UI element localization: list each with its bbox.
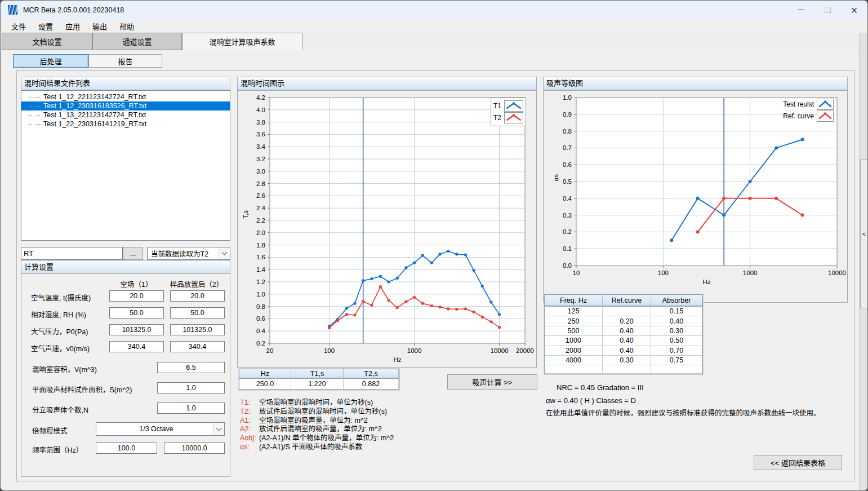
svg-text:3.0: 3.0 (256, 168, 265, 175)
svg-text:1.0: 1.0 (563, 94, 572, 101)
tab-reverb-absorption[interactable]: 混响室计算吸声系数 (182, 33, 302, 50)
svg-text:0.5: 0.5 (563, 178, 572, 185)
calc-row-2-field-1[interactable] (109, 324, 164, 335)
menu-item-3[interactable]: 输出 (86, 19, 113, 33)
absorption-cell-6-1 (603, 365, 651, 374)
maximize-button[interactable] (814, 1, 841, 19)
absorption-cell-1-1: 0.20 (603, 316, 651, 326)
chevron-down-icon[interactable] (219, 247, 230, 259)
t1-series-icon (504, 100, 523, 112)
legend-notes: T1:空场混响室的混响时间，单位为秒(s)T2:放试件后混响室的混响时间，单位为… (240, 399, 394, 452)
absorption-table-row: 1250.15 (545, 307, 702, 316)
note-key-3: A2: (240, 425, 257, 434)
note-desc-5: (A2-A1)/S 平面吸声体的吸声系数 (259, 443, 362, 451)
alphaw-result-text: αw = 0.40 ( H ) Classes = D (546, 396, 636, 405)
svg-text:100: 100 (324, 347, 335, 354)
menu-item-0[interactable]: 文件 (5, 19, 32, 33)
subtab-postprocess[interactable]: 后处理 (13, 54, 88, 68)
freq-max-field[interactable] (164, 443, 225, 454)
note-desc-1: 放试件后混响室的混响时间，单位为秒(s) (259, 408, 387, 415)
calc-row-0-field-2[interactable] (170, 290, 225, 302)
calc-row-1-label: 相对湿度, RH (%) (31, 309, 86, 320)
note-line-5: αs:(A2-A1)/S 平面吸声体的吸声系数 (240, 443, 394, 452)
calc-row-1-field-1[interactable] (109, 307, 164, 319)
svg-text:100: 100 (658, 269, 669, 276)
tab-document-settings[interactable]: 文档设置 (2, 33, 92, 50)
legend-label-test-result: Test reulst (783, 100, 814, 108)
calc-row-0-field-1[interactable] (109, 290, 164, 302)
calc-row-2-label: 大气压力，P0(Pa) (31, 326, 88, 337)
calc-single-1-field[interactable] (157, 382, 225, 393)
legend-label-ref-curve: Ref. curve (783, 112, 814, 120)
side-panel-toggle[interactable]: < (860, 160, 868, 308)
calc-row-2-field-2[interactable] (170, 324, 225, 335)
svg-text:2.8: 2.8 (256, 180, 265, 187)
menu-item-1[interactable]: 设置 (32, 19, 59, 33)
svg-text:1.4: 1.4 (256, 266, 266, 273)
absorption-table-row: 5000.400.30 (545, 326, 702, 336)
svg-text:0.4: 0.4 (563, 195, 572, 202)
mini-val-t2: 0.882 (344, 379, 399, 390)
title-bar: MCR Beta 2.05.0.001 20230418 × (1, 1, 867, 19)
mini-col-t2: T2,s (344, 369, 399, 379)
close-button[interactable]: × (841, 1, 867, 19)
svg-text:2.6: 2.6 (256, 192, 265, 199)
absorption-cell-3-0: 1000 (545, 336, 603, 346)
svg-text:3.6: 3.6 (256, 131, 265, 138)
svg-text:0.3: 0.3 (563, 212, 572, 219)
absorption-cell-3-2: 0.50 (651, 336, 702, 346)
svg-text:1.8: 1.8 (256, 242, 265, 249)
svg-text:20000: 20000 (516, 347, 534, 354)
svg-text:2.2: 2.2 (256, 217, 265, 224)
octave-mode-combo[interactable]: 1/3 Octave (96, 422, 225, 436)
svg-text:4.2: 4.2 (256, 94, 265, 101)
file-list-item[interactable]: Test 1_22_230316141219_RT.txt (21, 120, 230, 129)
calc-row-3-field-1[interactable] (109, 341, 164, 352)
mini-val-t1: 1.220 (291, 379, 344, 390)
svg-text:1.0: 1.0 (256, 291, 265, 298)
file-list-item[interactable]: Test 1_13_221123142724_RT.txt (21, 110, 230, 120)
absorption-cell-2-0: 500 (545, 326, 603, 336)
menu-item-4[interactable]: 帮助 (113, 19, 140, 33)
menu-item-2[interactable]: 应用 (59, 19, 86, 33)
note-desc-2: 空场混响室的吸声量，单位为: m^2 (259, 417, 368, 424)
freq-range-label: 频率范围（Hz） (32, 444, 83, 455)
svg-text:3.8: 3.8 (256, 119, 265, 126)
svg-text:0.8: 0.8 (256, 303, 265, 310)
note-key-1: T2: (240, 408, 257, 417)
calc-single-0-field[interactable] (157, 362, 225, 373)
note-desc-3: 放试件后混响室的吸声量，单位为: m^2 (259, 425, 382, 433)
chevron-down-icon[interactable] (213, 423, 224, 435)
svg-text:1000: 1000 (743, 269, 758, 276)
absorption-cell-4-1: 0.40 (603, 346, 651, 356)
subtab-report[interactable]: 报告 (88, 54, 162, 68)
file-list-item[interactable]: Test 1_12_221123142724_RT.txt (21, 92, 230, 101)
window-controls: × (788, 1, 867, 19)
calc-row-3-label: 空气声速，v0(m/s) (31, 343, 90, 353)
back-to-results-button[interactable]: << 返回结果表格 (754, 455, 842, 470)
freq-min-field[interactable] (96, 443, 157, 454)
rt-suffix-input[interactable] (21, 247, 123, 260)
calc-row-1-field-2[interactable] (170, 307, 225, 319)
calc-row-3-field-2[interactable] (170, 341, 225, 352)
rt-chart-ylabel: T,s (242, 210, 249, 219)
rt-file-list[interactable]: Test 1_12_221123142724_RT.txtTest 1_12_2… (21, 90, 230, 241)
svg-text:4.0: 4.0 (256, 107, 265, 113)
minimize-button[interactable] (788, 1, 814, 19)
absorption-cell-0-0: 125 (545, 307, 603, 316)
absorption-cell-2-1: 0.40 (603, 326, 651, 336)
browse-button[interactable]: ... (123, 247, 143, 260)
absorption-cell-4-2: 0.70 (651, 346, 702, 356)
absorption-table-row: 10000.400.50 (545, 336, 702, 346)
data-read-combo[interactable]: 当前数据读取为T2 (147, 247, 230, 260)
octave-mode-label: 倍频程模式 (32, 425, 68, 436)
ref-curve-series-icon (817, 110, 834, 122)
tab-channel-settings[interactable]: 通道设置 (92, 33, 182, 50)
calc-single-2-label: 分立吸声体个数,N (32, 404, 88, 415)
calc-single-2-field[interactable] (157, 402, 225, 414)
absorption-col-2: Absorber (651, 295, 702, 307)
file-list-item[interactable]: Test 1_12_230316183526_RT.txt (21, 101, 230, 110)
absorption-calc-button[interactable]: 吸声计算 >> (447, 374, 537, 390)
svg-text:0.8: 0.8 (563, 128, 572, 135)
absorption-cell-1-0: 250 (545, 316, 603, 326)
